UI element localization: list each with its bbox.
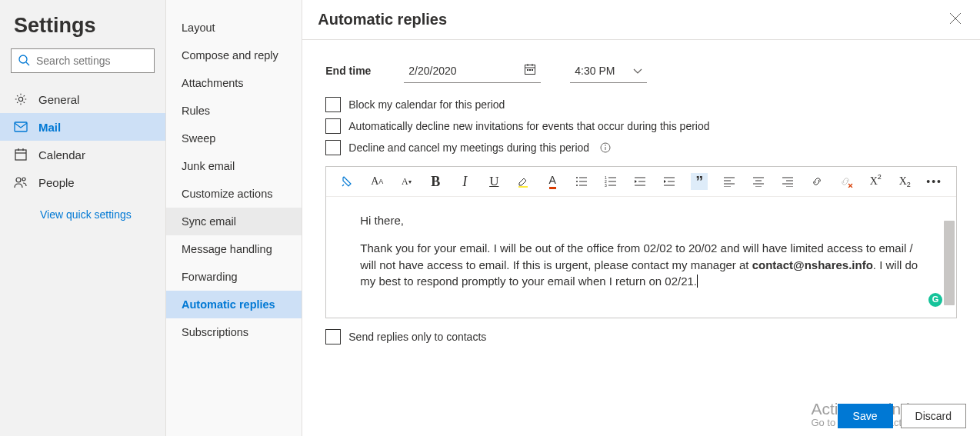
nav-label: Mail (38, 121, 61, 134)
checkbox-decline-new[interactable] (325, 118, 341, 134)
svg-line-1 (26, 62, 29, 65)
checkbox-decline-new-label: Automatically decline new invitations fo… (348, 120, 709, 132)
end-time-value: 4:30 PM (575, 65, 615, 77)
mid-message-handling[interactable]: Message handling (166, 235, 302, 263)
calendar-icon (14, 148, 28, 161)
nav-mail[interactable]: Mail (0, 113, 165, 141)
numbered-list-icon[interactable]: 123 (603, 173, 618, 190)
blockquote-button[interactable] (691, 173, 708, 190)
search-icon (18, 54, 30, 68)
svg-rect-18 (532, 69, 533, 71)
bulleted-list-icon[interactable] (574, 173, 589, 190)
nav-label: Calendar (38, 148, 85, 161)
mid-forwarding[interactable]: Forwarding (166, 263, 302, 291)
nav-calendar[interactable]: Calendar (0, 141, 165, 168)
superscript-button[interactable]: X2 (868, 173, 883, 190)
grammarly-icon[interactable]: G (928, 293, 942, 307)
insert-link-icon[interactable] (809, 173, 825, 190)
search-input[interactable] (30, 55, 171, 67)
calendar-picker-icon (524, 63, 536, 78)
settings-sidebar: Settings General Mail Cale (0, 0, 165, 436)
info-icon[interactable] (600, 142, 611, 153)
nav-label: People (38, 176, 75, 189)
svg-point-8 (16, 178, 21, 182)
gear-icon (14, 92, 28, 106)
italic-button[interactable]: I (457, 173, 472, 190)
checkbox-block-calendar[interactable] (325, 97, 341, 112)
discard-button[interactable]: Discard (901, 404, 966, 428)
reply-editor: AA A▾ B I U A 123 (325, 166, 957, 318)
more-options-icon[interactable]: ••• (926, 173, 942, 190)
svg-point-0 (19, 55, 27, 63)
mid-junk[interactable]: Junk email (166, 152, 302, 180)
mail-icon (14, 121, 28, 132)
highlight-icon[interactable] (515, 173, 531, 190)
editor-greeting: Hi there, (360, 212, 922, 229)
align-right-icon[interactable] (780, 173, 795, 190)
subscript-button[interactable]: X2 (897, 173, 912, 190)
nav-label: General (38, 93, 79, 106)
mid-customize-actions[interactable]: Customize actions (166, 180, 302, 208)
end-time-label: End time (325, 65, 375, 77)
nav-general[interactable]: General (0, 85, 165, 113)
mid-sweep[interactable]: Sweep (166, 125, 302, 152)
mid-layout[interactable]: Layout (166, 14, 302, 42)
svg-point-25 (576, 181, 578, 182)
people-icon (14, 176, 28, 188)
checkbox-replies-only-contacts[interactable] (325, 329, 341, 344)
svg-point-2 (18, 97, 22, 101)
save-button[interactable]: Save (838, 404, 893, 428)
font-color-icon[interactable]: A (545, 173, 560, 190)
indent-icon[interactable] (662, 173, 677, 190)
checkbox-decline-cancel[interactable] (325, 140, 341, 155)
end-time-picker[interactable]: 4:30 PM (570, 58, 647, 83)
svg-rect-17 (529, 69, 531, 71)
mail-settings-list: Layout Compose and reply Attachments Rul… (165, 0, 302, 436)
mid-sync-email[interactable]: Sync email (166, 208, 302, 235)
settings-title: Settings (0, 8, 165, 48)
nav-people[interactable]: People (0, 168, 165, 196)
view-quick-settings-link[interactable]: View quick settings (0, 196, 165, 221)
editor-scrollbar[interactable] (944, 221, 955, 305)
editor-textarea[interactable]: Hi there, Thank you for your email. I wi… (326, 197, 956, 318)
svg-rect-4 (15, 150, 26, 160)
outdent-icon[interactable] (632, 173, 648, 190)
checkbox-replies-only-contacts-label: Send replies only to contacts (348, 331, 486, 343)
font-size-down-icon[interactable]: A▾ (398, 173, 414, 190)
bold-button[interactable]: B (428, 173, 443, 190)
mid-compose[interactable]: Compose and reply (166, 42, 302, 69)
mid-rules[interactable]: Rules (166, 97, 302, 125)
checkbox-decline-cancel-label: Decline and cancel my meetings during th… (348, 141, 589, 154)
mid-subscriptions[interactable]: Subscriptions (166, 318, 302, 346)
search-settings[interactable] (11, 48, 155, 73)
format-painter-icon[interactable] (340, 173, 355, 190)
end-date-value: 2/20/2020 (408, 65, 456, 77)
font-size-up-icon[interactable]: AA (369, 173, 385, 190)
svg-rect-16 (527, 69, 528, 71)
underline-button[interactable]: U (486, 173, 502, 190)
align-left-icon[interactable] (722, 173, 737, 190)
mid-automatic-replies[interactable]: Automatic replies (166, 291, 302, 318)
editor-body-text: Thank you for your email. I will be out … (360, 240, 922, 290)
svg-point-9 (22, 178, 25, 181)
align-center-icon[interactable] (751, 173, 766, 190)
automatic-replies-panel: Automatic replies End time 2/20/2020 4:3… (302, 0, 980, 436)
mid-attachments[interactable]: Attachments (166, 69, 302, 97)
editor-toolbar: AA A▾ B I U A 123 (326, 167, 956, 197)
svg-rect-3 (15, 122, 27, 131)
remove-link-icon[interactable] (838, 173, 854, 190)
chevron-down-icon (633, 65, 642, 77)
panel-title: Automatic replies (318, 11, 447, 28)
checkbox-block-calendar-label: Block my calendar for this period (348, 98, 505, 111)
close-button[interactable] (949, 12, 962, 27)
svg-point-27 (576, 185, 578, 186)
end-date-picker[interactable]: 2/20/2020 (404, 58, 541, 83)
svg-point-21 (605, 145, 606, 146)
svg-text:3: 3 (605, 183, 607, 187)
svg-point-23 (576, 177, 578, 178)
